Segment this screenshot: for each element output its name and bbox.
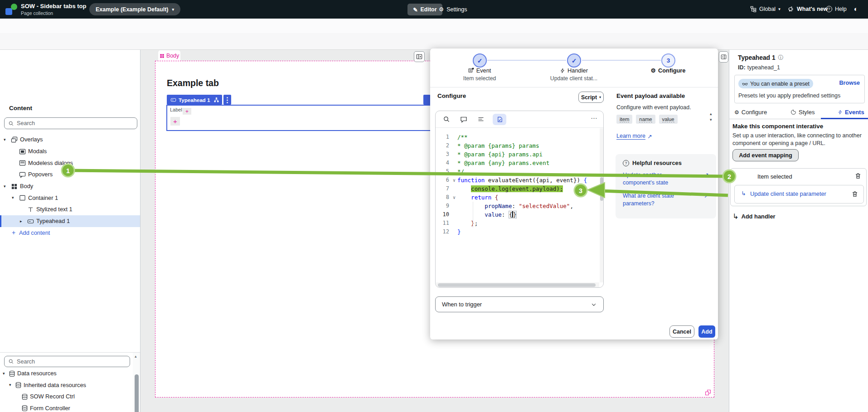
help-button[interactable]: ? Help [826, 6, 847, 12]
tree-item-stylized-text-1[interactable]: Stylized text 1 [0, 204, 140, 215]
when-to-trigger-accordion[interactable]: When to trigger [435, 296, 604, 312]
tab-settings[interactable]: ⚙ Settings [439, 6, 467, 13]
scope-tree-icon [750, 6, 756, 12]
step-circle-configure[interactable]: 3 [661, 53, 675, 68]
editor-hscrollbar[interactable] [436, 282, 599, 287]
payload-chip-name[interactable]: name [636, 115, 655, 124]
tab-styles[interactable]: Styles [790, 109, 815, 116]
code-line-11[interactable]: 11 }; [436, 219, 599, 228]
code-line-3[interactable]: 3* @param {api} params.api [436, 150, 599, 159]
tree-item-form-controller[interactable]: Form Controller [0, 402, 132, 412]
component-tree-action-button[interactable] [211, 95, 222, 105]
tree-item-modeless-dialogs[interactable]: Modeless dialogs [0, 157, 140, 169]
panel-toggle-icon [721, 54, 727, 60]
modal-icon [19, 147, 28, 155]
code-line-1[interactable]: 1/** [436, 133, 599, 141]
collapse-inspector-button[interactable] [719, 51, 728, 63]
learn-more-link[interactable]: Learn more ↗ [616, 133, 652, 140]
tree-item-modals[interactable]: Modals [0, 145, 140, 157]
tab-configure[interactable]: ⚙ Configure [734, 109, 767, 116]
editor-vscrollbar[interactable] [600, 128, 604, 282]
code-line-6[interactable]: 6∨function evaluateEvent({api, event}) { [436, 176, 599, 184]
tree-item-body[interactable]: ▾Body [0, 180, 140, 192]
step-circle-event[interactable]: ✓ [473, 53, 487, 68]
add-handler-button[interactable]: ↳ Add handler [732, 212, 776, 221]
add-label-slot-button[interactable]: + [183, 108, 191, 115]
add-content-slot-button[interactable]: + [170, 117, 180, 126]
tree-item-sow-record-ctrl[interactable]: SOW Record Ctrl [0, 391, 132, 402]
payload-chip-value[interactable]: value [659, 115, 678, 124]
code-line-12[interactable]: 12} [436, 228, 599, 236]
cancel-button[interactable]: Cancel [669, 325, 694, 338]
line-number: 1 [436, 133, 451, 141]
collapse-panel-button[interactable] [414, 51, 425, 62]
code-line-4[interactable]: 4* @param {any} params.event [436, 159, 599, 167]
panel-scrollbar[interactable]: ▴ ▾ [133, 353, 140, 412]
chips-scroll-up-icon[interactable]: ▴ [710, 111, 712, 116]
step-circle-handler[interactable]: ✓ [567, 53, 581, 68]
add-button[interactable]: Add [698, 325, 715, 338]
typeahead-icon [27, 218, 36, 225]
script-type-dropdown[interactable]: Script ▾ [578, 92, 604, 103]
fold-spacer [451, 159, 457, 167]
plus-icon: + [12, 229, 19, 236]
editor-more-icon[interactable]: … [591, 112, 597, 120]
script-editor[interactable]: … 1/**2* @param {params} params3* @param… [435, 111, 604, 288]
typeahead-component[interactable]: Label + + [166, 105, 432, 131]
code-line-2[interactable]: 2* @param {params} params [436, 141, 599, 150]
global-scope-menu[interactable]: Global ▾ [750, 6, 781, 12]
trash-icon[interactable] [851, 190, 858, 198]
chips-scroll-down-icon[interactable]: ▾ [710, 117, 712, 122]
fold-icon[interactable]: ∨ [451, 176, 457, 184]
data-search-input[interactable]: Search [4, 356, 130, 367]
indent-guide [473, 202, 473, 228]
whats-new-button[interactable]: What's new [788, 6, 828, 12]
line-number: 9 [436, 202, 451, 210]
tree-item-overlays[interactable]: ▾Overlays [0, 134, 140, 145]
tab-events[interactable]: Events [838, 109, 864, 116]
resource-link[interactable]: What are client state parameters? [623, 192, 692, 207]
code-area[interactable]: 1/**2* @param {params} params3* @param {… [436, 133, 599, 236]
content-search-input[interactable]: Search [4, 117, 137, 129]
container-icon [19, 194, 28, 201]
scroll-up-icon[interactable]: ▴ [135, 354, 137, 359]
trash-icon[interactable] [854, 172, 862, 179]
tree-item-inherited-data-resources[interactable]: ▾Inherited data resources [0, 379, 132, 391]
editor-toolbar: ≡ Test values ▾ Desktop (Primary)* ▾ 130… [0, 33, 868, 50]
tab-editor[interactable]: ✎ Editor [407, 4, 442, 15]
code-line-7[interactable]: 7 console.log(event.payload); [436, 184, 599, 193]
script-validate-button[interactable] [493, 114, 506, 125]
comment-icon[interactable] [460, 116, 467, 123]
logo-circle [11, 4, 17, 10]
canvas-body-tab[interactable]: Body [158, 50, 180, 61]
browse-presets-link[interactable]: Browse [839, 80, 860, 86]
hscrollbar-thumb[interactable] [438, 283, 596, 287]
component-chip-typeahead[interactable]: Typeahead 1 [167, 95, 213, 105]
code-line-10[interactable]: 10 value: {} [436, 210, 599, 219]
line-number: 3 [436, 150, 451, 159]
code-line-9[interactable]: 9 propName: "selectedValue", [436, 202, 599, 210]
code-line-8[interactable]: 8∨ return { [436, 193, 599, 202]
experience-selector[interactable]: Example (Example Default) ▾ [89, 3, 180, 15]
inspector-panel [729, 50, 868, 412]
add-event-mapping-button[interactable]: Add event mapping [732, 149, 799, 161]
theme-toggle-icon[interactable]: ◐ [854, 5, 858, 13]
tree-item-container-1[interactable]: ▾Container 1 [0, 192, 140, 204]
code-line-5[interactable]: 5*/ [436, 167, 599, 176]
scrollbar-thumb[interactable] [135, 374, 139, 412]
tree-add-add-content[interactable]: +Add content [0, 227, 140, 239]
info-icon[interactable]: ⓘ [778, 54, 784, 62]
fold-spacer [451, 133, 457, 141]
fold-icon[interactable]: ∨ [451, 193, 457, 202]
handler-row[interactable]: ↳ Update client state parameter [734, 185, 864, 204]
tree-item-data-resources[interactable]: ▾Data resources [0, 368, 132, 379]
format-lines-icon[interactable] [477, 116, 485, 123]
resource-link[interactable]: Update another component's state [623, 171, 683, 186]
data-resources-tree: ▾Data resources▾Inherited data resources… [0, 368, 132, 412]
vscrollbar-thumb[interactable] [600, 177, 603, 201]
editor-search-icon[interactable] [443, 116, 450, 123]
payload-chip-item[interactable]: item [616, 115, 632, 124]
component-kebab-button[interactable]: ⋮ [223, 95, 231, 105]
tree-item-typeahead-1[interactable]: ▸Typeahead 1 [0, 215, 140, 227]
tree-item-popovers[interactable]: Popovers [0, 169, 140, 180]
